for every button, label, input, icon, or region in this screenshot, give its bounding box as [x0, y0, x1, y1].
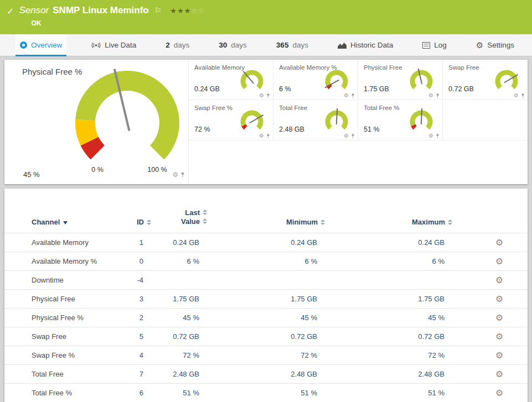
tab-2-days[interactable]: 2 days: [161, 34, 194, 56]
gauge-pin-icon[interactable]: [351, 133, 355, 139]
channel-last-value: 1.75 GB: [151, 290, 207, 309]
channel-settings-icon[interactable]: ⚙: [495, 238, 503, 247]
mini-gauge-title: Physical Free: [364, 64, 402, 71]
tab-number: 365: [276, 41, 289, 49]
gauge-action-icons: ⚙: [514, 93, 525, 98]
gauge-action-icons: ⚙: [344, 93, 355, 98]
table-row[interactable]: Total Free 7 2.48 GB 2.48 GB 2.48 GB ⚙: [4, 365, 528, 384]
tab-settings[interactable]: ⚙ Settings: [472, 34, 519, 56]
channel-settings-icon[interactable]: ⚙: [495, 369, 503, 379]
gauge-settings-gear-icon[interactable]: ⚙: [514, 93, 519, 98]
tab-365-days[interactable]: 365 days: [272, 34, 313, 56]
column-header-maximum[interactable]: Maximum: [325, 208, 452, 233]
priority-flag-icon[interactable]: ⚐: [154, 6, 162, 15]
channel-settings-icon[interactable]: ⚙: [495, 257, 503, 266]
gauge-pin-icon[interactable]: [266, 93, 270, 98]
stars-filled: ★★★: [170, 7, 191, 15]
primary-gauge: [66, 65, 188, 181]
sort-icon: [448, 220, 452, 225]
table-row[interactable]: Physical Free 3 1.75 GB 1.75 GB 1.75 GB …: [4, 290, 528, 309]
gauge-settings-gear-icon[interactable]: ⚙: [259, 93, 264, 98]
tab-historic-data[interactable]: Historic Data: [333, 34, 397, 56]
channel-settings-icon[interactable]: ⚙: [495, 388, 503, 398]
tab-overview[interactable]: Overview: [16, 34, 66, 56]
gauge-pin-icon[interactable]: [266, 133, 270, 139]
gauge-settings-gear-icon[interactable]: ⚙: [344, 133, 349, 139]
tab-log[interactable]: Log: [418, 34, 451, 56]
column-header-last-value[interactable]: Last Value: [151, 208, 207, 233]
sensor-tab-bar: Overview Live Data 2 days 30 days 365 da…: [0, 34, 532, 56]
tab-label: days: [292, 41, 308, 49]
channel-id: 3: [122, 290, 151, 309]
gauge-max-label: 100 %: [143, 166, 171, 174]
gauge-cell-swap-free: Swap Free 0.72 GB ⚙: [443, 60, 528, 100]
channel-minimum: 0.24 GB: [207, 233, 325, 252]
gauge-settings-gear-icon[interactable]: ⚙: [172, 171, 178, 178]
channel-settings-icon[interactable]: ⚙: [495, 294, 503, 304]
channel-settings-icon[interactable]: ⚙: [495, 351, 503, 360]
channel-name[interactable]: Physical Free: [4, 290, 122, 309]
channel-minimum: 51 %: [207, 384, 325, 402]
channel-name[interactable]: Total Free: [4, 365, 122, 384]
gauge-settings-gear-icon[interactable]: ⚙: [259, 133, 264, 139]
gauge-settings-gear-icon[interactable]: ⚙: [344, 93, 349, 98]
tab-live-data[interactable]: Live Data: [87, 34, 141, 56]
stars-empty: ☆☆: [191, 7, 205, 15]
channel-name[interactable]: Swap Free: [4, 327, 122, 346]
channel-id: 6: [122, 384, 151, 402]
tab-number: 30: [219, 41, 227, 49]
channel-name[interactable]: Downtime: [4, 271, 122, 290]
channel-name[interactable]: Total Free %: [4, 384, 122, 402]
channel-maximum: 72 %: [325, 346, 452, 365]
gauge-pin-icon[interactable]: [351, 93, 355, 98]
channel-name[interactable]: Swap Free %: [4, 346, 122, 365]
channel-name[interactable]: Physical Free %: [4, 309, 122, 327]
gauge-settings-gear-icon[interactable]: ⚙: [428, 93, 433, 98]
channel-maximum: 51 %: [325, 384, 452, 402]
channel-settings-icon[interactable]: ⚙: [495, 313, 503, 322]
gauge-pin-icon[interactable]: [436, 93, 440, 98]
channel-id: 5: [122, 327, 151, 346]
channel-maximum: 2.48 GB: [325, 365, 452, 384]
channels-table: Channel ID Last Value Minimum Maximum Av…: [4, 208, 528, 402]
table-row[interactable]: Downtime -4 ⚙: [4, 271, 528, 290]
channel-maximum: [325, 271, 452, 290]
gauge-min-label: 0 %: [86, 166, 109, 174]
channel-last-value: 2.48 GB: [151, 365, 207, 384]
channel-settings-icon[interactable]: ⚙: [495, 275, 503, 285]
table-row[interactable]: Available Memory 1 0.24 GB 0.24 GB 0.24 …: [4, 233, 528, 252]
tab-30-days[interactable]: 30 days: [214, 34, 251, 56]
channel-name[interactable]: Available Memory: [4, 233, 122, 252]
channel-maximum: 0.72 GB: [325, 327, 452, 346]
sort-desc-icon: [63, 221, 68, 225]
gauge-value-label: 45 %: [23, 170, 40, 179]
channel-name[interactable]: Available Memory %: [4, 252, 122, 271]
sort-icon: [203, 218, 207, 224]
mini-gauge-value: 72 %: [194, 126, 210, 133]
channel-settings-icon[interactable]: ⚙: [495, 332, 503, 341]
column-header-channel[interactable]: Channel: [4, 208, 122, 233]
object-kind-label: Sensor: [19, 5, 49, 16]
gauge-pin-icon[interactable]: [180, 171, 185, 178]
sensor-header: ✓ Sensor SNMP Linux Meminfo ⚐ ★★★☆☆ OK: [0, 0, 532, 34]
table-row[interactable]: Swap Free % 4 72 % 72 % 72 % ⚙: [4, 346, 528, 365]
mini-gauge-title: Swap Free %: [194, 105, 233, 111]
channel-maximum: 0.24 GB: [325, 233, 452, 252]
table-row[interactable]: Swap Free 5 0.72 GB 0.72 GB 0.72 GB ⚙: [4, 327, 528, 346]
channel-id: -4: [122, 271, 151, 290]
gauge-pin-icon[interactable]: [521, 93, 525, 98]
column-header-minimum[interactable]: Minimum: [207, 208, 325, 233]
channel-last-value: 6 %: [151, 252, 207, 271]
tab-label: days: [174, 41, 190, 49]
column-header-id[interactable]: ID: [122, 208, 151, 233]
tab-label: Settings: [487, 41, 514, 49]
table-row[interactable]: Available Memory % 0 6 % 6 % 6 % ⚙: [4, 252, 528, 271]
mini-gauge: [237, 67, 266, 95]
table-row[interactable]: Total Free % 6 51 % 51 % 51 % ⚙: [4, 384, 528, 402]
gauge-settings-gear-icon[interactable]: ⚙: [428, 133, 433, 139]
gauge-pin-icon[interactable]: [436, 133, 440, 139]
table-row[interactable]: Physical Free % 2 45 % 45 % 45 % ⚙: [4, 309, 528, 327]
status-badge: OK: [31, 19, 205, 27]
priority-stars[interactable]: ★★★☆☆: [170, 7, 205, 15]
tab-label: Historic Data: [350, 41, 393, 49]
